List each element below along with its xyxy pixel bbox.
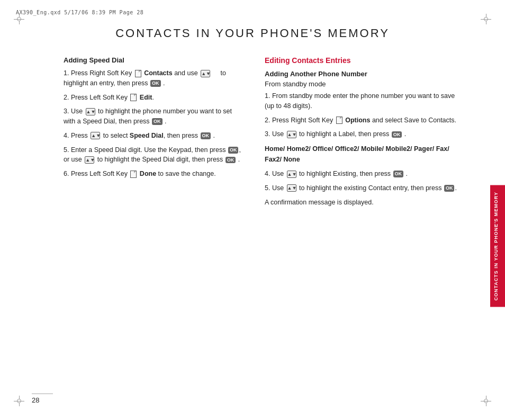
doc-icon-2: [130, 94, 137, 101]
crosshair-bl: [14, 396, 24, 406]
r-step-4: 4. Use ▲▼ to highlight Existing, then pr…: [265, 169, 463, 179]
left-column: Adding Speed Dial 1. Press Right Soft Ke…: [64, 56, 244, 211]
ok-icon-r5: OK: [444, 185, 455, 192]
ok-icon-5a: OK: [228, 147, 239, 154]
nav-icon-r4: ▲▼: [287, 171, 296, 178]
step-4: 4. Press ▲▼ to select Speed Dial, then p…: [64, 131, 244, 141]
r-step-5: 5. Use ▲▼ to highlight the existing Cont…: [265, 183, 463, 193]
ok-icon-r3: OK: [392, 131, 402, 138]
step-6: 6. Press Left Soft Key Done to save the …: [64, 169, 244, 179]
nav-icon-r5: ▲▼: [287, 184, 296, 192]
right-step-list: 1. From standby mode enter the phone num…: [265, 91, 463, 207]
print-info: AX390_Eng.qxd 5/17/06 8:39 PM Page 28: [16, 10, 143, 15]
crosshair-tr: [481, 14, 491, 24]
page-title: CONTACTS IN YOUR PHONE'S MEMORY: [32, 26, 473, 40]
right-section-heading: Editing Contacts Entries: [265, 56, 463, 65]
r-confirmation: A confirmation message is displayed.: [265, 198, 463, 208]
ok-icon-4: OK: [201, 132, 211, 139]
ok-icon-1: OK: [150, 80, 161, 87]
r-label-list: Home/ Home2/ Office/ Office2/ Mobile/ Mo…: [265, 144, 463, 165]
nav-icon-3: ▲▼: [86, 108, 95, 115]
crosshair-tl: [14, 14, 24, 24]
doc-icon-6: [130, 171, 137, 178]
right-column: Editing Contacts Entries Adding Another …: [265, 56, 463, 211]
adding-another-heading: Adding Another Phone Number: [265, 70, 463, 78]
step-3: 3. Use ▲▼ to highlight the phone number …: [64, 106, 244, 127]
left-step-list: 1. Press Right Soft Key Contacts and use…: [64, 68, 244, 179]
ok-icon-3: OK: [152, 118, 163, 125]
nav-icon-r3: ▲▼: [287, 131, 296, 138]
r-step-1: 1. From standby mode enter the phone num…: [265, 91, 463, 111]
ok-icon-5b: OK: [226, 157, 236, 164]
step-2: 2. Press Left Soft Key Edit.: [64, 93, 244, 103]
doc-icon-1: [135, 70, 141, 77]
side-tab: CONTACTS IN YOUR PHONE'S MEMORY: [490, 185, 505, 307]
r-step-2: 2. Press Right Soft Key Options and sele…: [265, 115, 463, 126]
confirmation-text: A confirmation message is displayed.: [265, 198, 463, 208]
label-options-text: Home/ Home2/ Office/ Office2/ Mobile/ Mo…: [265, 144, 463, 165]
content-area: Adding Speed Dial 1. Press Right Soft Ke…: [64, 56, 463, 211]
crosshair-br: [481, 396, 491, 406]
step-5: 5. Enter a Speed Dial digit. Use the Key…: [64, 145, 244, 165]
from-standby-label: From standby mode: [265, 80, 463, 88]
left-section-heading: Adding Speed Dial: [64, 56, 244, 64]
ok-icon-r4: OK: [393, 171, 404, 177]
nav-icon-5: ▲▼: [85, 156, 94, 164]
doc-icon-r2: [336, 117, 342, 124]
page-number: 28: [32, 394, 53, 404]
nav-icon-4: ▲▼: [91, 132, 100, 139]
nav-icon-1: ▲▼: [201, 70, 210, 77]
r-step-3: 3. Use ▲▼ to highlight a Label, then pre…: [265, 129, 463, 139]
page-container: AX390_Eng.qxd 5/17/06 8:39 PM Page 28 CO…: [0, 0, 505, 420]
step-1: 1. Press Right Soft Key Contacts and use…: [64, 68, 244, 88]
